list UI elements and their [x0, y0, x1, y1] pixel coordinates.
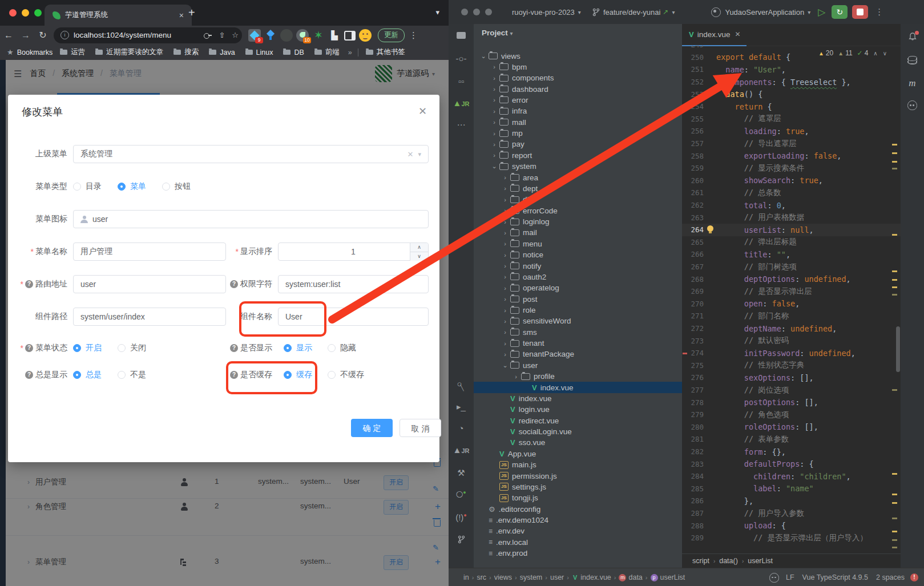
- tree-item--env-demo1024[interactable]: ≡.env.demo1024: [474, 515, 682, 526]
- editor-area[interactable]: V index.vue ✕ ▲20 ▲11 ✓4 ∧ ∨ 249250expor…: [682, 24, 901, 568]
- radio-always-no[interactable]: 不是: [118, 370, 146, 380]
- tree-item-mp[interactable]: ›mp: [474, 128, 682, 139]
- tree-item-redirect-vue[interactable]: Vredirect.vue: [474, 415, 682, 426]
- radio-status-open[interactable]: 开启: [73, 343, 102, 353]
- extension-icon-grid[interactable]: 9: [248, 29, 261, 42]
- tree-item-index-vue[interactable]: Vindex.vue: [474, 393, 682, 404]
- tree-item-tongji-js[interactable]: JStongji.js: [474, 492, 682, 504]
- problems-tool-icon[interactable]: (!)●: [449, 512, 474, 522]
- tree-item--editorconfig[interactable]: ⚙.editorconfig: [474, 503, 682, 515]
- bookmarks-overflow-chevron[interactable]: »: [348, 49, 352, 56]
- editor-tab-index-vue[interactable]: V index.vue ✕: [682, 23, 747, 46]
- database-tool-icon[interactable]: [901, 56, 924, 64]
- status-breadcrumb[interactable]: in›src›views›system›user›Vindex.vue›mdat…: [463, 573, 685, 581]
- bookmark-folder-item[interactable]: 前端: [314, 47, 340, 57]
- bookmark-folder-item[interactable]: Java: [209, 49, 235, 56]
- bookmark-folder-item[interactable]: 近期需要读的文章: [95, 47, 163, 57]
- browser-menu-kebab-icon[interactable]: ⋮: [409, 30, 418, 41]
- tree-item-sociallogin-vue[interactable]: VsocialLogin.vue: [474, 426, 682, 438]
- radio-cache-no[interactable]: 不缓存: [328, 370, 364, 380]
- tree-item-error[interactable]: ›error: [474, 94, 682, 106]
- profiler-tool-icon[interactable]: ◔: [449, 423, 474, 433]
- tree-item-views[interactable]: ⌄views: [474, 50, 682, 62]
- tab-close-icon[interactable]: ×: [177, 11, 186, 20]
- build-tool-icon[interactable]: ⚒: [449, 468, 474, 478]
- tree-item-report[interactable]: ›report: [474, 149, 682, 161]
- stepper-buttons[interactable]: ∧∨: [410, 243, 428, 260]
- zoom-window-button[interactable]: [34, 9, 42, 17]
- debug-tool-icon[interactable]: 🞅●: [449, 490, 474, 500]
- tree-chevron-icon[interactable]: ›: [501, 340, 509, 347]
- spring-bean-tool-icon[interactable]: [901, 100, 924, 110]
- git-tool-icon[interactable]: [449, 535, 474, 545]
- tree-item-main-js[interactable]: JSmain.js: [474, 459, 682, 471]
- tree-item-operatelog[interactable]: ›operatelog: [474, 282, 682, 294]
- file-type-indicator[interactable]: Vue TypeScript 4.9.5: [802, 573, 868, 581]
- other-bookmarks-folder[interactable]: 其他书签: [366, 47, 405, 57]
- git-branch-name[interactable]: feature/dev-yunai: [603, 8, 660, 17]
- tree-item-mail[interactable]: ›mail: [474, 227, 682, 239]
- jrebel-icon[interactable]: ▲JR: [449, 98, 474, 108]
- terminal-tool-icon[interactable]: ▸_: [449, 402, 474, 412]
- bookmark-folder-item[interactable]: Linux: [245, 49, 273, 56]
- bean-status-icon[interactable]: [769, 573, 779, 583]
- extension-icon-star[interactable]: ✶: [312, 29, 325, 42]
- project-tool-icon[interactable]: [449, 31, 474, 41]
- forward-button[interactable]: →: [17, 30, 34, 41]
- radio-visible-hide[interactable]: 隐藏: [328, 343, 356, 353]
- project-name[interactable]: ruoyi-vue-pro-2023: [512, 8, 575, 17]
- tree-item-bpm[interactable]: ›bpm: [474, 61, 682, 72]
- more-actions-kebab-icon[interactable]: ⋮: [875, 7, 883, 17]
- radio-type-button[interactable]: 按钮: [162, 181, 191, 192]
- tree-chevron-icon[interactable]: ›: [490, 119, 498, 126]
- line-separator-indicator[interactable]: LF: [786, 573, 794, 581]
- tree-chevron-icon[interactable]: ›: [501, 229, 509, 236]
- maven-tool-icon[interactable]: m: [901, 78, 924, 89]
- tree-chevron-icon[interactable]: ›: [501, 219, 509, 225]
- status-path-item[interactable]: src: [477, 573, 486, 581]
- rerun-button[interactable]: ↻: [832, 5, 848, 19]
- tree-item-notify[interactable]: ›notify: [474, 260, 682, 272]
- status-path-item[interactable]: views: [494, 573, 512, 581]
- site-info-icon[interactable]: i: [60, 31, 69, 39]
- status-path-item[interactable]: data: [628, 573, 642, 581]
- share-icon[interactable]: ⇧: [219, 31, 225, 39]
- crumb-userlist[interactable]: userList: [748, 557, 773, 565]
- tree-chevron-icon[interactable]: ›: [501, 273, 509, 280]
- tree-chevron-icon[interactable]: ›: [490, 130, 498, 137]
- extension-icon-kite[interactable]: [264, 29, 277, 42]
- tree-item-sms[interactable]: ›sms: [474, 326, 682, 338]
- editor-breadcrumbs[interactable]: script› data()› userList: [682, 553, 901, 568]
- tree-item-dept[interactable]: ›dept: [474, 183, 682, 194]
- tab-search-chevron-icon[interactable]: ▾: [435, 8, 439, 17]
- close-window-button[interactable]: [9, 9, 17, 17]
- tree-item-tenant[interactable]: ›tenant: [474, 338, 682, 349]
- status-path-item[interactable]: index.vue: [580, 573, 611, 581]
- window-minimize-button[interactable]: [473, 9, 480, 15]
- tree-chevron-icon[interactable]: ›: [501, 185, 509, 192]
- tree-chevron-icon[interactable]: ›: [490, 75, 498, 82]
- tree-item-menu[interactable]: ›menu: [474, 238, 682, 249]
- tree-item-mall[interactable]: ›mall: [474, 116, 682, 128]
- window-close-button[interactable]: [461, 9, 468, 15]
- permission-input[interactable]: system:user:list: [278, 275, 429, 293]
- crumb-script[interactable]: script: [692, 557, 709, 565]
- tree-item-notice[interactable]: ›notice: [474, 249, 682, 261]
- tree-chevron-icon[interactable]: ›: [501, 329, 509, 336]
- search-icon[interactable]: ○╲: [449, 379, 474, 389]
- tree-item--env-dev[interactable]: ≡.env.dev: [474, 526, 682, 537]
- tree-item-errorcode[interactable]: ›errorCode: [474, 205, 682, 216]
- profile-avatar[interactable]: [359, 29, 372, 42]
- error-status-icon[interactable]: !: [910, 573, 918, 581]
- back-button[interactable]: ←: [0, 30, 17, 41]
- radio-visible-show[interactable]: 显示: [284, 343, 312, 353]
- tree-item-infra[interactable]: ›infra: [474, 106, 682, 117]
- tree-item-loginlog[interactable]: ›loginlog: [474, 216, 682, 228]
- clear-icon[interactable]: ✕: [407, 150, 414, 159]
- minimize-window-button[interactable]: [22, 9, 29, 17]
- radio-type-dir[interactable]: 目录: [73, 181, 102, 192]
- more-tools-icon[interactable]: ⋯: [449, 120, 474, 130]
- radio-type-menu[interactable]: 菜单: [118, 181, 146, 192]
- menu-name-input[interactable]: 用户管理: [73, 243, 226, 261]
- tree-item-login-vue[interactable]: Vlogin.vue: [474, 404, 682, 415]
